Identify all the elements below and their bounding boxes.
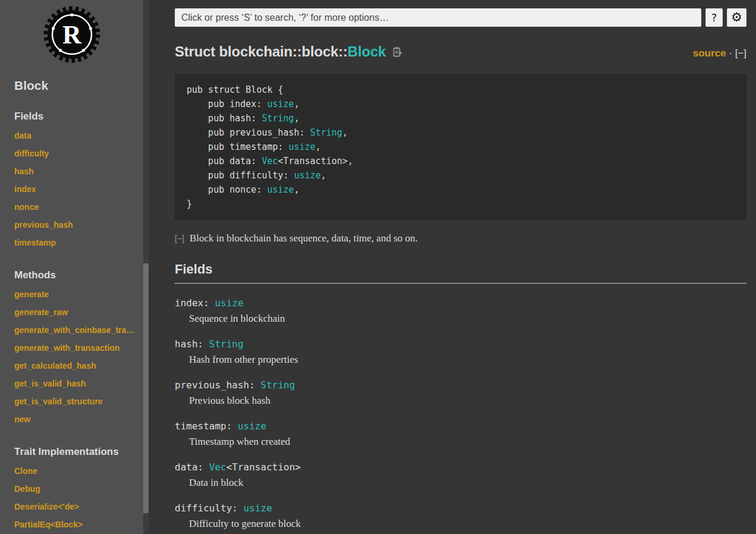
declaration-line: pub previous_hash: String, xyxy=(187,125,735,140)
docblock-collapse-toggle[interactable]: [−] xyxy=(175,234,184,243)
field-name: hash: xyxy=(175,338,209,350)
field-signature: index: usize xyxy=(175,297,746,309)
head-right: source · [−] xyxy=(693,48,746,59)
type-link[interactable]: usize xyxy=(294,170,321,181)
sidebar-item-debug[interactable]: Debug xyxy=(14,480,137,498)
sidebar-item-partialeq-block-[interactable]: PartialEq<Block> xyxy=(14,516,137,533)
page-title-prefix: Struct blockchain::block:: xyxy=(175,43,348,59)
sidebar-item-new[interactable]: new xyxy=(14,410,137,428)
field-signature: timestamp: usize xyxy=(175,420,746,432)
field-name: previous_hash: xyxy=(175,379,261,391)
sidebar-item-difficulty[interactable]: difficulty xyxy=(14,145,137,162)
code-text: <Transaction>, xyxy=(278,156,353,167)
sidebar-item-get-calculated-hash[interactable]: get_calculated_hash xyxy=(14,357,137,375)
logo-wrap[interactable]: R xyxy=(0,0,143,63)
declaration-line: pub difficulty: usize, xyxy=(187,168,735,183)
sidebar-crate-title: Block xyxy=(14,78,143,93)
field-description: Hash from other properties xyxy=(189,354,746,366)
head-dot: · xyxy=(726,48,735,59)
collapse-all-toggle[interactable]: [−] xyxy=(735,48,746,59)
code-text: pub nonce: xyxy=(187,184,267,195)
type-link[interactable]: Vec xyxy=(209,461,226,473)
docblock: [−] Block in blockchain has sequence, da… xyxy=(175,233,746,244)
sidebar-item-generate-with-transaction[interactable]: generate_with_transaction xyxy=(14,339,137,357)
type-link[interactable]: usize xyxy=(267,184,294,195)
code-text: pub difficulty: xyxy=(187,170,294,181)
code-text: , xyxy=(294,113,300,124)
struct-name-link[interactable]: Block xyxy=(348,43,386,59)
gear-icon: ⚙ xyxy=(731,11,742,24)
clipboard-arrow-icon xyxy=(392,46,403,58)
field-name: timestamp: xyxy=(175,420,238,432)
field-entry-index: index: usizeSequence in blockchain xyxy=(175,297,746,325)
sidebar-item-generate[interactable]: generate xyxy=(14,285,137,303)
code-text: , xyxy=(294,99,300,109)
declaration-line: } xyxy=(187,197,735,211)
code-text: , xyxy=(321,170,326,181)
fields-section-heading: Fields xyxy=(175,262,746,284)
sidebar-item-nonce[interactable]: nonce xyxy=(14,198,137,216)
sidebar-scrollbar-thumb[interactable] xyxy=(143,263,149,513)
code-text: , xyxy=(342,127,348,138)
sidebar-heading-methods: Methods xyxy=(14,269,129,281)
type-link[interactable]: usize xyxy=(267,99,294,109)
sidebar-item-previous-hash[interactable]: previous_hash xyxy=(14,216,137,234)
type-link[interactable]: usize xyxy=(215,297,243,309)
rust-gear-logo-icon: R xyxy=(43,6,100,63)
sidebar-item-data[interactable]: data xyxy=(14,127,137,145)
sidebar-item-clone[interactable]: Clone xyxy=(14,462,137,480)
field-entry-timestamp: timestamp: usizeTimestamp when created xyxy=(175,420,746,448)
field-signature: hash: String xyxy=(175,338,746,350)
type-link[interactable]: String xyxy=(209,338,244,350)
type-link[interactable]: usize xyxy=(289,142,316,152)
sidebar-item-timestamp[interactable]: timestamp xyxy=(14,234,137,252)
field-signature: difficulty: usize xyxy=(175,502,746,514)
field-description: Data in block xyxy=(189,477,746,489)
field-name: index: xyxy=(175,297,215,309)
field-entry-hash: hash: StringHash from other properties xyxy=(175,338,746,366)
declaration-line: pub timestamp: usize, xyxy=(187,140,735,154)
copy-path-button[interactable] xyxy=(392,46,403,59)
type-link[interactable]: String xyxy=(261,379,295,391)
code-text: <Transaction> xyxy=(226,461,301,473)
svg-text:R: R xyxy=(62,20,82,49)
sidebar: R Block Fieldsdatadifficultyhashindexnon… xyxy=(0,0,143,534)
type-link[interactable]: usize xyxy=(244,502,272,514)
code-text: } xyxy=(187,199,192,209)
help-button[interactable]: ? xyxy=(705,8,723,27)
source-link[interactable]: source xyxy=(693,48,726,59)
type-link[interactable]: String xyxy=(262,113,294,124)
code-text: pub previous_hash: xyxy=(187,127,310,138)
page-title: Struct blockchain::block::Block xyxy=(175,43,386,60)
sidebar-item-generate-raw[interactable]: generate_raw xyxy=(14,303,137,321)
fields-list: index: usizeSequence in blockchainhash: … xyxy=(175,297,746,534)
field-name: data: xyxy=(175,461,209,473)
declaration-line: pub data: Vec<Transaction>, xyxy=(187,154,735,168)
sidebar-item-get-is-valid-hash[interactable]: get_is_valid_hash xyxy=(14,375,137,392)
sidebar-item-get-is-valid-structure[interactable]: get_is_valid_structure xyxy=(14,392,137,410)
settings-button[interactable]: ⚙ xyxy=(727,8,746,27)
field-entry-data: data: Vec<Transaction>Data in block xyxy=(175,461,746,489)
sidebar-item-deserialize-de-[interactable]: Deserialize<'de> xyxy=(14,498,137,516)
type-link[interactable]: String xyxy=(310,127,342,138)
field-description: Previous block hash xyxy=(189,395,746,407)
declaration-line: pub struct Block { xyxy=(187,83,735,97)
code-text: pub struct Block { xyxy=(187,84,284,95)
field-signature: previous_hash: String xyxy=(175,379,746,391)
sidebar-item-hash[interactable]: hash xyxy=(14,162,137,180)
field-description: Sequence in blockchain xyxy=(189,313,746,325)
sidebar-scrollbar[interactable] xyxy=(143,0,149,534)
sidebar-item-generate-with-coinbase-transaction[interactable]: generate_with_coinbase_transaction xyxy=(14,321,137,339)
code-text: , xyxy=(316,142,321,152)
code-text: pub index: xyxy=(187,99,267,109)
code-text: pub hash: xyxy=(187,113,262,124)
field-description: Difficulty to generate block xyxy=(189,518,746,530)
search-input[interactable] xyxy=(175,8,701,27)
type-link[interactable]: Vec xyxy=(262,156,278,167)
field-entry-difficulty: difficulty: usizeDifficulty to generate … xyxy=(175,502,746,530)
struct-declaration: pub struct Block { pub index: usize, pub… xyxy=(175,74,746,220)
field-description: Timestamp when created xyxy=(189,436,746,448)
type-link[interactable]: usize xyxy=(238,420,266,432)
field-signature: data: Vec<Transaction> xyxy=(175,461,746,473)
sidebar-item-index[interactable]: index xyxy=(14,180,137,198)
